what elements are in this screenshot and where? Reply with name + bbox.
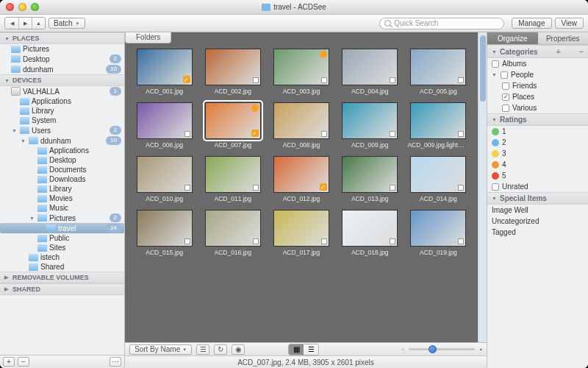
remove-button[interactable]: − [18,357,29,367]
section-header[interactable]: ▼DEVICES [0,74,124,86]
tree-item[interactable]: Pictures [0,44,124,54]
checkbox[interactable] [253,238,259,244]
checkbox[interactable] [390,238,395,244]
slider-knob[interactable] [429,345,437,353]
nav-back-button[interactable]: ◀ [5,18,18,29]
thumbnail[interactable]: ✓ACD_012.jpg [269,156,333,202]
list-view-button[interactable]: ☰ [304,344,318,355]
thumbnail[interactable]: ✓ACD_007.jpg [201,102,265,149]
rating-item[interactable]: Unrated [487,181,588,192]
category-item[interactable]: Various [487,102,588,113]
thumbnail[interactable]: ACD_011.jpg [201,156,265,202]
add-button[interactable]: + [3,357,15,367]
category-item[interactable]: Friends [487,80,588,91]
sidebar-options-button[interactable]: ⋯ [110,357,121,367]
rating-item[interactable]: 5 [487,170,588,181]
checkbox[interactable] [253,77,259,83]
section-header[interactable]: ▼PLACES [0,32,124,44]
tree-item[interactable]: Desktop2 [0,54,124,64]
tree-item[interactable]: ▼Users2 [0,125,124,135]
view-button[interactable]: View [555,18,584,29]
thumbnail[interactable]: ACD_019.jpg [406,210,470,256]
checkbox[interactable] [501,71,508,79]
tree-item[interactable]: Applications [0,96,124,106]
thumbnail[interactable]: ACD_002.jpg [201,49,265,95]
special-item[interactable]: Image Well [487,205,588,216]
checkbox[interactable] [390,131,395,137]
zoom-out-icon[interactable]: ▫ [402,345,405,353]
thumbnail[interactable]: ACD_006.jpg [132,102,196,149]
section-header[interactable]: ▶SHARED [0,283,124,295]
checkbox[interactable] [253,185,259,191]
tree-item[interactable]: Library [0,184,124,194]
tree-item[interactable]: ▼Pictures2 [0,213,124,223]
tree-item[interactable]: Applications [0,146,124,155]
rating-item[interactable]: 2 [487,137,588,148]
thumbnail[interactable]: ACD_010.jpg [132,156,196,202]
tree-item[interactable]: Sites [0,243,124,252]
thumbnail-grid[interactable]: ✓ACD_001.jpgACD_002.jpgACD_003.jpgACD_00… [125,32,478,342]
thumbnail[interactable]: ACD_003.jpg [269,49,333,95]
add-category-button[interactable]: + [556,47,560,56]
tree-item[interactable]: Downloads [0,174,124,184]
tab-properties[interactable]: Properties [538,32,589,45]
tree-item[interactable]: travel24 [0,223,124,233]
thumbnail[interactable]: ACD_009.jpg [338,102,402,149]
checkbox[interactable]: ✓ [502,93,509,101]
batch-button[interactable]: Batch ▼ [49,18,85,29]
thumbnail[interactable]: ACD_017.jpg [269,210,333,256]
nav-up-button[interactable]: ▲ [32,18,45,29]
category-item[interactable]: Albums [487,58,588,69]
tree-item[interactable]: Movies [0,194,124,203]
zoom-slider[interactable] [409,348,475,350]
sort-button[interactable]: Sort By Name ▼ [129,344,192,355]
thumbnail[interactable]: ACD_008.jpg [269,102,333,149]
thumbnail[interactable]: ACD_016.jpg [201,210,265,256]
checkbox[interactable] [492,60,499,68]
thumbnail[interactable]: ACD_014.jpg [406,156,470,202]
checkbox[interactable] [321,77,327,83]
checkbox[interactable] [184,131,190,137]
checkbox[interactable] [390,77,395,83]
remove-category-button[interactable]: − [579,47,584,56]
tree-item[interactable]: Documents [0,165,124,174]
thumbnail[interactable]: ACD_009.jpg.lightmaster.1.jpg [406,102,470,149]
search-input[interactable]: Quick Search [379,18,504,29]
category-item[interactable]: ✓Places [487,91,588,102]
zoom-in-icon[interactable]: ▪ [479,345,482,353]
tree-item[interactable]: Public [0,233,124,243]
folders-tab[interactable]: Folders [125,32,171,43]
checkbox[interactable] [492,183,499,191]
categories-header[interactable]: ▼ Categories + − [487,45,588,58]
tree-item[interactable]: Music [0,203,124,213]
tree-item[interactable]: istech [0,252,124,262]
checkbox[interactable] [184,238,190,244]
thumbnail[interactable]: ✓ACD_001.jpg [132,49,196,95]
category-item[interactable]: ▼People [487,69,588,80]
tree-item[interactable]: Desktop [0,155,124,165]
grid-view-button[interactable]: ▦ [289,344,304,355]
tree-item[interactable]: Library [0,106,124,116]
tree-item[interactable]: Shared [0,262,124,272]
nav-forward-button[interactable]: ▶ [18,18,32,29]
tree-item[interactable]: ddunham10 [0,64,124,74]
checkbox[interactable] [184,185,190,191]
checkbox[interactable] [458,131,464,137]
checkbox[interactable] [458,238,464,244]
checkbox[interactable] [502,82,509,90]
ratings-header[interactable]: ▼ Ratings [487,113,588,126]
checkbox[interactable] [458,77,464,83]
thumbnail[interactable]: ACD_013.jpg [338,156,402,202]
special-header[interactable]: ▼ Special Items [487,192,588,205]
thumbnail[interactable]: ACD_004.jpg [338,49,402,95]
tree-item[interactable]: ▼ddunham10 [0,135,124,146]
rating-item[interactable]: 1 [487,126,588,137]
rating-item[interactable]: 4 [487,159,588,170]
scrollbar[interactable] [478,32,487,342]
checkbox[interactable] [502,105,509,112]
checkbox[interactable] [321,131,327,137]
rotate-button[interactable]: ↻ [214,344,227,355]
special-item[interactable]: Uncategorized [487,216,588,227]
rating-item[interactable]: 3 [487,148,588,159]
checkbox[interactable] [390,185,395,191]
